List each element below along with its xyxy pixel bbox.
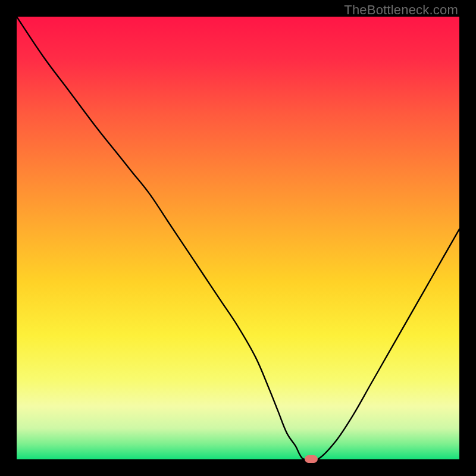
chart-frame: TheBottleneck.com xyxy=(0,0,476,476)
optimal-marker-icon xyxy=(305,455,318,463)
plot-area xyxy=(17,17,459,459)
bottleneck-chart xyxy=(17,17,459,459)
gradient-background xyxy=(17,17,459,459)
watermark-label: TheBottleneck.com xyxy=(344,2,458,18)
